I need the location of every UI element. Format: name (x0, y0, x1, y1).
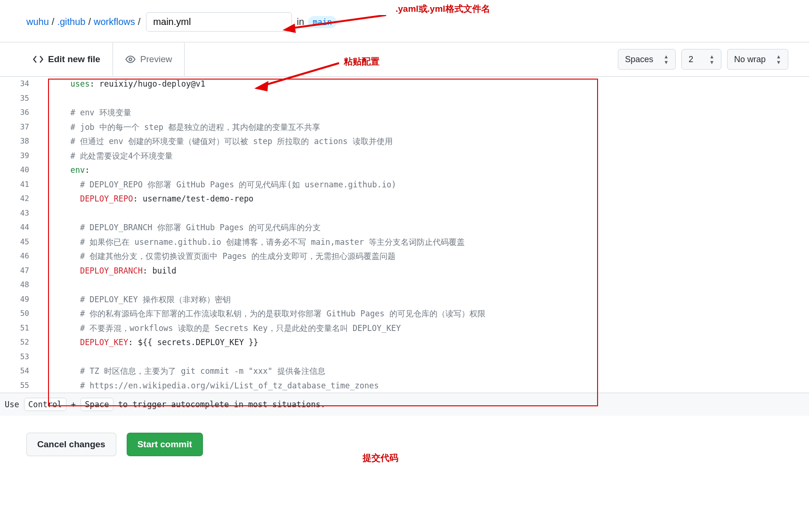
breadcrumb-sep: / (85, 16, 94, 27)
line-number: 55 (0, 379, 41, 393)
breadcrumb-github-dir[interactable]: .github (57, 16, 85, 27)
arrow-to-editor (254, 61, 344, 94)
line-number: 35 (0, 91, 41, 106)
code-line[interactable]: env: (41, 163, 809, 177)
tab-edit-label: Edit new file (48, 54, 100, 64)
wrap-select[interactable]: No wrap ▲▼ (727, 49, 788, 70)
code-line[interactable]: DEPLOY_BRANCH: build (41, 264, 809, 278)
caret-icon: ▲▼ (663, 54, 669, 65)
code-line[interactable]: # DEPLOY_REPO 你部署 GitHub Pages 的可见代码库(如 … (41, 177, 809, 192)
status-pre: Use (5, 400, 24, 409)
line-number: 38 (0, 134, 41, 149)
eye-icon (125, 54, 136, 64)
code-line[interactable]: # 你的私有源码仓库下部署的工作流读取私钥，为的是获取对你部署 GitHub P… (41, 306, 809, 321)
code-line[interactable]: # 此处需要设定4个环境变量 (41, 149, 809, 163)
code-line[interactable]: # job 中的每一个 step 都是独立的进程，其内创建的变量互不共享 (41, 120, 809, 135)
code-line[interactable]: # DEPLOY_KEY 操作权限（非对称）密钥 (41, 292, 809, 307)
code-line[interactable] (41, 350, 809, 364)
line-number: 54 (0, 364, 41, 379)
line-number: 53 (0, 350, 41, 364)
indent-size-label: 2 (688, 55, 693, 64)
tab-preview[interactable]: Preview (113, 43, 185, 76)
line-number: 49 (0, 292, 41, 307)
code-editor[interactable]: 34 uses: reuixiy/hugo-deploy@v13536 # en… (0, 77, 809, 393)
line-number: 39 (0, 149, 41, 163)
code-line[interactable]: # 不要弄混，workflows 读取的是 Secrets Key，只是此处的变… (41, 321, 809, 336)
line-number: 34 (0, 77, 41, 91)
breadcrumb-sep: / (49, 16, 57, 27)
caret-icon: ▲▼ (776, 54, 781, 65)
code-line[interactable]: # env 环境变量 (41, 105, 809, 120)
breadcrumb-workflows-dir[interactable]: workflows (94, 16, 135, 27)
breadcrumb-sep: / (135, 16, 144, 27)
code-line[interactable]: # TZ 时区信息，主要为了 git commit -m "xxx" 提供备注信… (41, 364, 809, 379)
tab-preview-label: Preview (140, 54, 172, 64)
status-plus: + (71, 400, 81, 409)
commit-row: Cancel changes Start commit (0, 416, 809, 468)
line-number: 46 (0, 249, 41, 264)
line-number: 44 (0, 220, 41, 235)
editor-status-bar: Use Control + Space to trigger autocompl… (0, 393, 809, 416)
wrap-label: No wrap (734, 55, 766, 64)
line-number: 52 (0, 335, 41, 350)
kbd-space: Space (81, 398, 113, 411)
start-commit-button[interactable]: Start commit (127, 433, 203, 456)
line-number: 45 (0, 235, 41, 250)
code-line[interactable]: uses: reuixiy/hugo-deploy@v1 (41, 77, 809, 91)
kbd-control: Control (24, 398, 66, 411)
svg-point-6 (129, 58, 132, 61)
svg-marker-1 (283, 24, 296, 33)
filename-input[interactable] (146, 12, 292, 32)
editor-toolbar: Edit new file Preview Spaces ▲▼ 2 ▲▼ No … (0, 42, 809, 76)
svg-marker-3 (254, 81, 268, 91)
line-number: 37 (0, 120, 41, 135)
indent-mode-label: Spaces (625, 55, 653, 64)
line-number: 43 (0, 206, 41, 221)
tab-edit[interactable]: Edit new file (21, 43, 113, 76)
code-line[interactable]: # DEPLOY_BRANCH 你部署 GitHub Pages 的可见代码库的… (41, 220, 809, 235)
code-line[interactable]: DEPLOY_KEY: ${{ secrets.DEPLOY_KEY }} (41, 335, 809, 350)
svg-line-2 (263, 63, 339, 86)
line-number: 36 (0, 105, 41, 120)
line-number: 47 (0, 264, 41, 278)
breadcrumb-repo[interactable]: wuhu (26, 16, 49, 27)
cancel-button[interactable]: Cancel changes (26, 433, 116, 456)
svg-line-0 (291, 15, 386, 28)
code-line[interactable]: # 但通过 env 创建的环境变量（键值对）可以被 step 所拉取的 acti… (41, 134, 809, 149)
line-number: 41 (0, 177, 41, 192)
annotation-commit: 提交代码 (363, 452, 398, 464)
code-line[interactable]: # 创建其他分支，仅需切换设置页面中 Pages 的生成分支即可，无需担心源码覆… (41, 249, 809, 264)
indent-size-select[interactable]: 2 ▲▼ (681, 49, 721, 70)
code-line[interactable] (41, 206, 809, 221)
code-line[interactable]: # 如果你已在 username.github.io 创建博客，请务必不写 ma… (41, 235, 809, 250)
code-line[interactable]: DEPLOY_REPO: username/test-demo-repo (41, 192, 809, 206)
code-line[interactable]: # https://en.wikipedia.org/wiki/List_of_… (41, 379, 809, 393)
line-number: 51 (0, 321, 41, 336)
code-line[interactable] (41, 278, 809, 292)
caret-icon: ▲▼ (709, 54, 714, 65)
annotation-filename: .yaml或.yml格式文件名 (396, 3, 490, 15)
indent-mode-select[interactable]: Spaces ▲▼ (618, 49, 676, 70)
line-number: 50 (0, 306, 41, 321)
annotation-paste: 粘贴配置 (344, 56, 380, 68)
line-number: 42 (0, 192, 41, 206)
status-post: to trigger autocomplete in most situatio… (118, 400, 325, 409)
line-number: 48 (0, 278, 41, 292)
code-icon (33, 54, 43, 64)
arrow-to-filename (283, 15, 391, 37)
line-number: 40 (0, 163, 41, 177)
code-line[interactable] (41, 91, 809, 106)
